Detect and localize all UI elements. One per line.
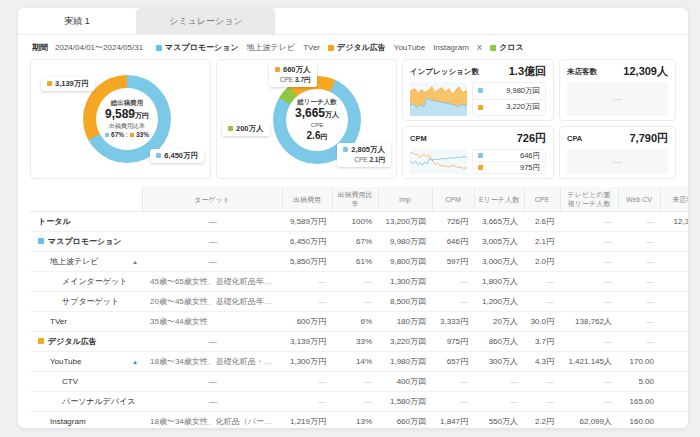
value-cell: — [660, 272, 688, 292]
visitors-empty-placeholder: — [567, 82, 668, 116]
value-cell: 33% [332, 332, 378, 352]
row-name-cell: TVer [30, 312, 142, 332]
value-cell: — [660, 392, 688, 412]
cpm-total: 726円 [517, 131, 546, 146]
cpa-empty-placeholder: — [567, 149, 668, 174]
target-cell: 18歳〜34歳女性、基礎化粧品・新作コ… [142, 352, 282, 372]
value-cell: 1,800万人 [474, 272, 524, 292]
value-cell: — [660, 412, 688, 428]
cpm-title: CPM [410, 134, 427, 143]
value-cell: — [618, 312, 660, 332]
impressions-total: 1.3億回 [509, 64, 546, 79]
legend-square-icon [490, 45, 496, 51]
value-cell: 9,980万回 [378, 232, 432, 252]
table-header-cell: Web CV [618, 187, 660, 212]
target-cell: 45歳〜65歳女性、基礎化粧品年間利用… [142, 272, 282, 292]
legend-item: マスプロモーション [156, 42, 239, 53]
value-cell: 2.0円 [524, 252, 560, 272]
cpa-title: CPA [567, 134, 582, 143]
spend-center-title: 総出稿費用 [111, 99, 144, 107]
value-cell: — [560, 392, 618, 412]
value-cell: 3,665万人 [474, 212, 524, 232]
value-cell: — [332, 292, 378, 312]
impressions-legend-row: 9,980万回 [473, 83, 545, 99]
legend-item: YouTube [394, 42, 425, 53]
table-header-cell: imp [378, 187, 432, 212]
kpi-grid: インプレッション数 1.3億回 9,980万回3,220万回 [402, 59, 676, 179]
blue-square-icon [105, 133, 109, 137]
tab-simulation[interactable]: シミュレーション [137, 8, 275, 34]
legend-item: Instagram [433, 42, 469, 53]
value-cell: — [560, 332, 618, 352]
value-cell: 9,800万回 [378, 252, 432, 272]
reach-cpe-value: 2.6円 [307, 130, 328, 143]
value-cell: 6,450万円 [282, 232, 332, 252]
table-row: CTV———400万回————5.00— [30, 372, 688, 392]
value-cell: 4.3円 [524, 352, 560, 372]
cpm-legend-row: 646円 [473, 150, 545, 161]
value-cell: 8,500万回 [378, 292, 432, 312]
row-name-cell: 地上波テレビ▲ [30, 252, 142, 272]
spend-ratio-title: 出稿費用比率 [109, 123, 145, 131]
value-cell: — [432, 272, 474, 292]
value-cell: — [560, 212, 618, 232]
media-square-icon [38, 238, 44, 244]
table-header-cell: ターゲット [142, 187, 282, 212]
value-cell: — [332, 392, 378, 412]
legend-square-icon [478, 153, 483, 158]
legend-square-icon [156, 45, 162, 51]
target-cell: 20歳〜45歳女性、基礎化粧品年間利用… [142, 292, 282, 312]
value-cell: — [618, 332, 660, 352]
value-cell: 660万回 [378, 412, 432, 428]
value-cell: 3,139万円 [282, 332, 332, 352]
legend-square-icon [478, 165, 483, 170]
value-cell: 138,762人 [560, 312, 618, 332]
collapse-caret-icon[interactable]: ▲ [132, 259, 138, 265]
legend-item: 地上波テレビ [247, 42, 296, 53]
value-cell: 3.7円 [524, 332, 560, 352]
value-cell: 1,219万円 [282, 412, 332, 428]
cpa-total: 7,790円 [629, 131, 668, 146]
spend-callout-mass: 6,450万円 [150, 149, 204, 163]
value-cell: 1,421,145人 [560, 352, 618, 372]
value-cell: 1,300万回 [378, 272, 432, 292]
green-square-icon [228, 126, 233, 131]
table-row: 地上波テレビ▲—5,850万円61%9,800万回597円3,000万人2.0円… [30, 252, 688, 272]
value-cell: 5,850万円 [282, 252, 332, 272]
value-cell: — [660, 292, 688, 312]
value-cell: — [560, 252, 618, 272]
value-cell: 20万人 [474, 312, 524, 332]
value-cell: — [432, 392, 474, 412]
value-cell: 100% [332, 212, 378, 232]
value-cell: — [660, 252, 688, 272]
collapse-caret-icon[interactable]: ▲ [132, 359, 138, 365]
value-cell: 6% [332, 312, 378, 332]
reach-callout-mass: 2,805万人 CPE 2.1円 [337, 143, 391, 167]
target-cell: — [142, 372, 282, 392]
target-cell: 35歳〜44歳女性 [142, 312, 282, 332]
legend-square-icon [478, 105, 483, 110]
value-cell: — [618, 292, 660, 312]
value-cell: — [432, 372, 474, 392]
legend-item: クロス [490, 42, 524, 53]
target-cell: — [142, 252, 282, 272]
dashboard-card: 実績 1 シミュレーション 期間 2024/04/01〜2024/05/31 マ… [18, 8, 688, 428]
reach-callout-digital: 660万人 CPE 3.7円 [269, 63, 317, 87]
value-cell: 1,200万人 [474, 292, 524, 312]
value-cell: 160.00 [618, 412, 660, 428]
value-cell: — [282, 292, 332, 312]
value-cell: 3,333円 [432, 312, 474, 332]
blue-square-icon [343, 147, 348, 152]
target-cell: — [142, 232, 282, 252]
value-cell: — [618, 272, 660, 292]
table-row: マスプロモーション—6,450万円67%9,980万回646円3,005万人2.… [30, 232, 688, 252]
value-cell: 5.00 [618, 372, 660, 392]
value-cell: — [282, 392, 332, 412]
value-cell: — [560, 272, 618, 292]
value-cell: 67% [332, 232, 378, 252]
value-cell: — [618, 232, 660, 252]
value-cell: 400万回 [378, 372, 432, 392]
target-cell: — [142, 392, 282, 412]
tab-results[interactable]: 実績 1 [18, 8, 137, 34]
value-cell: — [474, 392, 524, 412]
